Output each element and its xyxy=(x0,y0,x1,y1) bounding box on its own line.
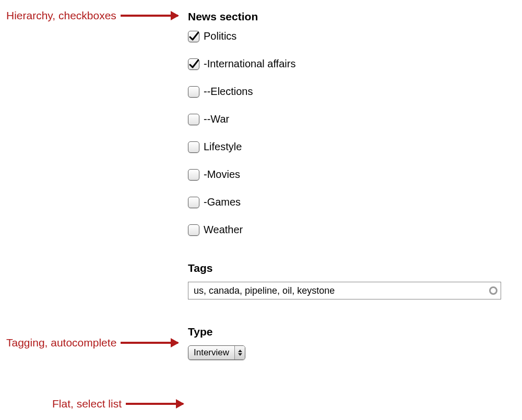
checkbox-label: -Movies xyxy=(204,169,240,181)
checkbox-games[interactable] xyxy=(188,197,199,208)
checkbox-label: -Games xyxy=(204,196,241,208)
tags-input-container xyxy=(188,282,501,299)
checkbox-politics[interactable] xyxy=(188,31,199,42)
checkbox-international-affairs[interactable] xyxy=(188,58,199,70)
checkbox-label: --War xyxy=(204,113,229,125)
news-section-heading: News section xyxy=(188,10,506,23)
arrow-icon xyxy=(126,403,183,405)
checkbox-row-international: -International affairs xyxy=(188,58,506,70)
annotation-flat-text: Flat, select list xyxy=(52,398,122,410)
checkbox-row-war: --War xyxy=(188,113,506,125)
checkbox-elections[interactable] xyxy=(188,86,199,98)
checkmark-icon xyxy=(188,59,199,69)
checkbox-row-movies: -Movies xyxy=(188,169,506,181)
annotation-tagging: Tagging, autocomplete xyxy=(6,337,178,349)
chevron-up-icon xyxy=(238,350,242,352)
annotation-hierarchy: Hierarchy, checkboxes xyxy=(6,9,178,22)
checkbox-row-games: -Games xyxy=(188,196,506,208)
checkbox-label: Weather xyxy=(204,224,243,236)
checkbox-label: Lifestyle xyxy=(204,141,242,153)
news-section: News section Politics -International aff… xyxy=(188,10,506,236)
loading-spinner-icon xyxy=(489,286,497,295)
checkbox-row-weather: Weather xyxy=(188,224,506,236)
tags-section: Tags xyxy=(188,262,506,299)
annotation-hierarchy-text: Hierarchy, checkboxes xyxy=(6,9,116,22)
type-heading: Type xyxy=(188,326,506,338)
checkbox-label: Politics xyxy=(204,30,236,42)
form-area: News section Politics -International aff… xyxy=(188,10,506,360)
checkbox-row-lifestyle: Lifestyle xyxy=(188,141,506,153)
type-select-value: Interview xyxy=(188,346,234,359)
checkbox-movies[interactable] xyxy=(188,169,199,181)
checkbox-label: -International affairs xyxy=(204,58,295,70)
checkbox-label: --Elections xyxy=(204,86,253,98)
annotation-flat: Flat, select list xyxy=(52,398,183,410)
checkmark-icon xyxy=(188,31,199,42)
arrow-icon xyxy=(121,15,178,17)
tags-input[interactable] xyxy=(193,285,489,297)
chevron-down-icon xyxy=(238,353,242,356)
arrow-icon xyxy=(121,342,178,344)
type-section: Type Interview xyxy=(188,326,506,360)
checkbox-row-elections: --Elections xyxy=(188,86,506,98)
select-stepper-icon xyxy=(234,346,245,359)
annotation-tagging-text: Tagging, autocomplete xyxy=(6,337,116,349)
checkbox-war[interactable] xyxy=(188,114,199,125)
checkbox-weather[interactable] xyxy=(188,224,199,236)
checkbox-lifestyle[interactable] xyxy=(188,141,199,153)
checkbox-row-politics: Politics xyxy=(188,30,506,42)
news-checkbox-list: Politics -International affairs --Electi… xyxy=(188,30,506,236)
tags-heading: Tags xyxy=(188,262,506,274)
type-select[interactable]: Interview xyxy=(188,345,245,360)
